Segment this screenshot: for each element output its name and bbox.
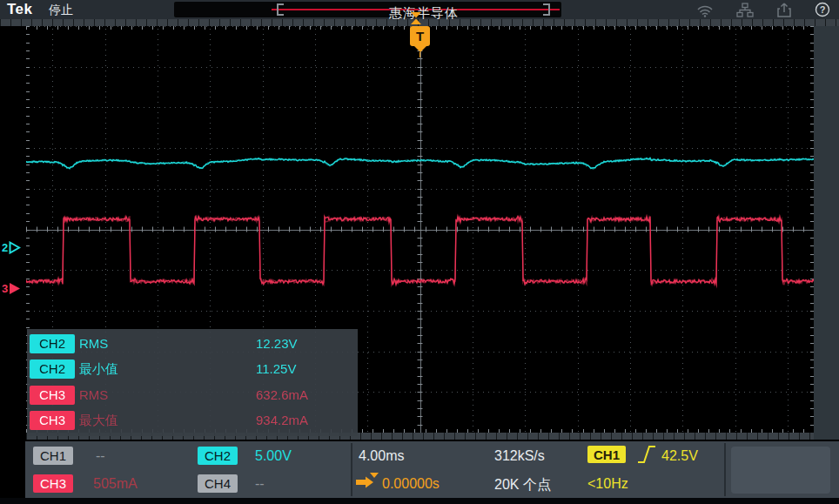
divider <box>351 443 352 496</box>
ch4-badge[interactable]: CH4 <box>198 474 238 493</box>
trigger-flag-tail <box>414 46 426 52</box>
bottom-strip <box>0 498 839 504</box>
measurement-label: RMS <box>79 387 108 402</box>
horizontal-position-readout[interactable]: 0.00000s <box>382 476 440 492</box>
tek-logo: Tek <box>7 1 33 18</box>
status-bar: CH1 -- CH2 5.00V CH3 505mA CH4 -- 4.00ms… <box>25 441 839 498</box>
ch3-marker-number: 3 <box>2 282 8 295</box>
ch2-marker-number: 2 <box>2 241 8 254</box>
measurement-label: RMS <box>79 336 108 351</box>
ch3-scale: 505mA <box>93 476 138 492</box>
trigger-flag-stem <box>420 52 420 57</box>
acquisition-status: 停止 <box>49 3 73 18</box>
rising-edge-slope-icon <box>637 444 656 468</box>
ch4-scale: -- <box>255 476 265 492</box>
trigger-position-marker[interactable] <box>411 12 421 28</box>
measurement-value: 632.6mA <box>256 387 308 402</box>
record-length-readout: 20K 个点 <box>494 476 551 494</box>
record-view-indicator[interactable] <box>174 2 561 17</box>
record-view-left-bracket <box>277 3 284 16</box>
ch3-badge[interactable]: CH3 <box>30 386 75 405</box>
ch3-badge[interactable]: CH3 <box>33 474 73 493</box>
ch2-badge[interactable]: CH2 <box>198 447 238 465</box>
measurement-value: 11.25V <box>256 361 296 376</box>
measurement-label: 最小值 <box>79 361 118 378</box>
ch1-badge[interactable]: CH1 <box>33 447 73 465</box>
ch3-badge[interactable]: CH3 <box>30 411 75 430</box>
measurement-row: CH3 RMS 632.6mA <box>27 386 358 407</box>
measurement-label: 最大值 <box>79 413 118 429</box>
trigger-source-badge[interactable]: CH1 <box>587 446 626 463</box>
wifi-icon[interactable] <box>696 3 714 17</box>
file-save-icon[interactable] <box>776 3 792 17</box>
oscilloscope-screen: Tek 停止 <box>0 0 839 504</box>
watermark-text: 惠海半导体 <box>389 5 459 22</box>
divider <box>724 443 726 496</box>
measurement-value: 934.2mA <box>256 413 308 427</box>
measurement-row: CH3 最大值 934.2mA <box>27 411 358 432</box>
measurement-row: CH2 最小值 11.25V <box>27 360 358 380</box>
trigger-flag-badge[interactable]: T <box>410 26 430 46</box>
help-icon[interactable]: ? <box>815 2 830 17</box>
measurement-value: 12.23V <box>256 336 298 351</box>
ch2-scale: 5.00V <box>255 448 292 464</box>
record-view-right-bracket <box>543 3 550 16</box>
network-icon[interactable] <box>736 3 754 17</box>
svg-text:?: ? <box>820 4 826 15</box>
ch1-scale: -- <box>96 448 105 464</box>
empty-menu-panel[interactable] <box>731 447 830 494</box>
trigger-level-readout[interactable]: 42.5V <box>661 448 698 464</box>
timebase-readout[interactable]: 4.00ms <box>359 448 404 464</box>
ch3-reference-marker[interactable]: 3 <box>2 282 21 295</box>
horizontal-position-icon <box>355 473 379 492</box>
ch2-marker-arrow-icon <box>9 241 21 254</box>
trigger-frequency-readout: <10Hz <box>587 476 628 492</box>
ch2-badge[interactable]: CH2 <box>30 334 75 353</box>
measurement-row: CH2 RMS 12.23V <box>27 334 358 355</box>
ch2-badge[interactable]: CH2 <box>30 360 75 379</box>
ch2-reference-marker[interactable]: 2 <box>2 241 21 254</box>
ch3-marker-arrow-icon <box>9 282 21 295</box>
right-margin <box>814 26 839 440</box>
sample-rate-readout: 312kS/s <box>494 448 545 464</box>
measurement-panel: CH2 RMS 12.23V CH2 最小值 11.25V CH3 RMS 63… <box>27 329 358 436</box>
